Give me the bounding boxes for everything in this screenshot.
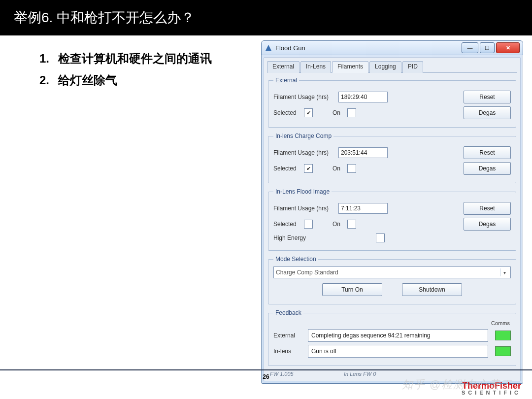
slide: 举例6. 中和枪打不开怎么办？ 1. 检查计算机和硬件之间的通讯 2. 给灯丝除…	[0, 0, 532, 399]
inlens-fi-reset-button[interactable]: Reset	[464, 202, 511, 215]
bullet-text: 检查计算机和硬件之间的通讯	[58, 49, 212, 68]
external-usage-value[interactable]: 189:29:40	[338, 92, 388, 102]
turn-on-button[interactable]: Turn On	[322, 283, 382, 296]
feedback-inlens-status: Gun is off	[308, 345, 488, 358]
chevron-down-icon: ▾	[500, 268, 508, 276]
window-titlebar[interactable]: Flood Gun — ☐ ✕	[262, 41, 523, 55]
bullet-text: 给灯丝除气	[58, 71, 117, 90]
inlens-cc-usage-value[interactable]: 203:51:44	[338, 147, 388, 158]
minimize-button[interactable]: —	[462, 42, 478, 53]
inlens-fi-selected-label: Selected	[273, 221, 304, 228]
inlens-cc-on-label: On	[332, 165, 347, 172]
inlens-cc-selected-label: Selected	[273, 165, 304, 172]
app-icon	[265, 44, 272, 52]
group-inlens-fi-legend: In-Lens Flood Image	[273, 188, 332, 195]
inlens-fi-selected-checkbox[interactable]	[304, 220, 313, 229]
group-inlens-charge-comp: In-lens Charge Comp Filament Usage (hrs)…	[268, 133, 516, 183]
inlens-comms-indicator	[495, 346, 511, 356]
page-number: 26	[263, 373, 269, 380]
brand-line2: SCIENTIFIC	[462, 390, 521, 396]
feedback-external-label: External	[273, 332, 308, 339]
external-selected-label: Selected	[273, 109, 304, 116]
inlens-fi-usage-label: Filament Usage (hrs)	[273, 205, 338, 212]
slide-footer: 26 ThermoFisher SCIENTIFIC	[0, 369, 532, 399]
feedback-external-status: Completing degas sequence 94:21 remainin…	[308, 329, 488, 342]
bullet-number: 2.	[27, 71, 58, 90]
external-selected-checkbox[interactable]	[304, 108, 313, 117]
mode-select-value: Charge Comp Standard	[276, 269, 338, 276]
external-on-checkbox[interactable]	[347, 108, 356, 117]
close-button[interactable]: ✕	[496, 42, 520, 53]
group-inlens-cc-legend: In-lens Charge Comp	[273, 133, 333, 139]
group-inlens-flood-image: In-Lens Flood Image Filament Usage (hrs)…	[268, 188, 516, 251]
bullet-item: 2. 给灯丝除气	[27, 71, 212, 90]
group-feedback: Feedback Comms External Completing degas…	[268, 309, 516, 366]
external-reset-button[interactable]: Reset	[464, 91, 511, 103]
shutdown-button[interactable]: Shutdown	[402, 283, 462, 296]
inlens-fi-on-label: On	[332, 221, 347, 228]
tab-strip: External In-Lens Filaments Logging PID	[267, 61, 517, 73]
inlens-fi-high-energy-label: High Energy	[273, 234, 318, 241]
slide-title: 举例6. 中和枪打不开怎么办？	[14, 8, 195, 27]
maximize-button[interactable]: ☐	[480, 42, 495, 53]
comms-header: Comms	[273, 320, 510, 326]
bullet-item: 1. 检查计算机和硬件之间的通讯	[27, 49, 212, 68]
window-body: External In-Lens Filaments Logging PID E…	[264, 57, 521, 381]
slide-title-bar: 举例6. 中和枪打不开怎么办？	[0, 0, 532, 35]
group-mode-selection: Mode Selection Charge Comp Standard ▾ Tu…	[268, 256, 516, 304]
tab-filaments[interactable]: Filaments	[332, 61, 368, 73]
inlens-cc-usage-label: Filament Usage (hrs)	[273, 149, 338, 156]
feedback-inlens-label: In-lens	[273, 348, 308, 355]
group-mode-legend: Mode Selection	[273, 256, 318, 263]
bullet-number: 1.	[27, 49, 58, 68]
inlens-cc-degas-button[interactable]: Degas	[464, 162, 511, 175]
mode-select[interactable]: Charge Comp Standard ▾	[273, 266, 511, 278]
inlens-cc-reset-button[interactable]: Reset	[464, 146, 511, 159]
external-usage-label: Filament Usage (hrs)	[273, 94, 338, 100]
external-on-label: On	[332, 109, 347, 116]
tab-logging[interactable]: Logging	[369, 61, 401, 73]
group-external-legend: External	[273, 77, 299, 84]
svg-marker-0	[266, 45, 271, 51]
inlens-cc-on-checkbox[interactable]	[347, 164, 356, 173]
tab-external[interactable]: External	[267, 61, 299, 73]
group-feedback-legend: Feedback	[273, 309, 303, 316]
slide-body: 1. 检查计算机和硬件之间的通讯 2. 给灯丝除气 Flood Gun — ☐ …	[0, 35, 532, 370]
inlens-fi-high-energy-checkbox[interactable]	[376, 233, 385, 242]
inlens-fi-on-checkbox[interactable]	[347, 220, 356, 229]
inlens-fi-usage-value[interactable]: 7:11:23	[338, 203, 388, 214]
tab-in-lens[interactable]: In-Lens	[300, 61, 331, 73]
tab-pid[interactable]: PID	[402, 61, 423, 73]
brand-logo: ThermoFisher SCIENTIFIC	[462, 381, 521, 396]
flood-gun-window: Flood Gun — ☐ ✕ External In-Lens Filamen…	[261, 40, 523, 384]
external-comms-indicator	[495, 331, 511, 340]
window-title: Flood Gun	[275, 44, 460, 52]
inlens-cc-selected-checkbox[interactable]	[304, 164, 313, 173]
brand-line1: ThermoFisher	[462, 381, 521, 391]
inlens-fi-degas-button[interactable]: Degas	[464, 218, 511, 231]
group-external: External Filament Usage (hrs) 189:29:40 …	[268, 77, 516, 128]
external-degas-button[interactable]: Degas	[464, 106, 511, 119]
bullet-list: 1. 检查计算机和硬件之间的通讯 2. 给灯丝除气	[27, 46, 212, 93]
